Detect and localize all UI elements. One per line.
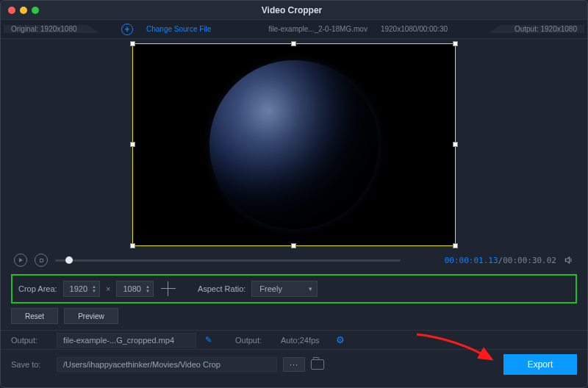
crop-height-input[interactable]: 1080 ▲▼	[116, 281, 153, 297]
play-button[interactable]	[14, 254, 27, 267]
crop-handle-bm[interactable]	[291, 243, 296, 248]
width-step-down[interactable]: ▼	[92, 290, 96, 293]
output-resolution: Output: 1920x1080	[489, 25, 584, 33]
add-source-icon[interactable]: +	[121, 24, 133, 35]
original-resolution: Original: 1920x1080	[4, 25, 99, 33]
titlebar: Video Cropper	[1, 1, 587, 20]
crop-handle-tr[interactable]	[453, 41, 458, 46]
seek-thumb[interactable]	[65, 256, 73, 264]
crop-handle-bl[interactable]	[130, 243, 135, 248]
output-params: Auto;24fps	[281, 336, 320, 345]
export-button[interactable]: Export	[503, 354, 577, 375]
preview-zone	[1, 39, 587, 249]
preview-button[interactable]: Preview	[64, 308, 118, 324]
crop-width-input[interactable]: 1920 ▲▼	[63, 281, 100, 297]
stop-button[interactable]	[35, 254, 48, 267]
source-dims-duration: 1920x1080/00:00:30	[381, 25, 448, 33]
height-step-up[interactable]: ▲	[146, 285, 150, 289]
minimize-icon[interactable]	[20, 7, 27, 14]
aspect-ratio-label: Aspect Ratio:	[198, 284, 245, 293]
crop-handle-br[interactable]	[453, 243, 458, 248]
window-title: Video Cropper	[39, 5, 545, 15]
browse-path-button[interactable]: ···	[283, 357, 305, 372]
multiply-icon: ×	[106, 284, 110, 293]
open-folder-icon[interactable]	[311, 359, 324, 370]
saveto-row: Save to: /Users/ihappyacethinker/Movies/…	[1, 349, 587, 378]
crop-handle-mr[interactable]	[453, 142, 458, 147]
aspect-ratio-dropdown[interactable]: Freely	[251, 281, 318, 297]
saveto-path: /Users/ihappyacethinker/Movies/Video Cro…	[57, 357, 277, 372]
width-step-up[interactable]: ▲	[92, 285, 96, 289]
crop-area-label: Crop Area:	[18, 284, 57, 293]
seek-slider[interactable]	[55, 259, 401, 262]
traffic-lights	[8, 7, 39, 14]
time-total: 00:00:30.02	[503, 256, 556, 265]
height-step-down[interactable]: ▼	[146, 290, 150, 293]
reset-button[interactable]: Reset	[11, 308, 58, 324]
saveto-label: Save to:	[11, 360, 51, 369]
edit-filename-icon[interactable]: ✎	[202, 335, 215, 345]
playback-bar: 00:00:01.13/00:00:30.02	[1, 249, 587, 271]
play-icon	[19, 258, 23, 262]
time-readout: 00:00:01.13/00:00:30.02	[445, 256, 556, 265]
crop-controls-row: Crop Area: 1920 ▲▼ × 1080 ▲▼ Aspect Rati…	[11, 274, 577, 303]
video-frame-image	[209, 60, 379, 229]
crop-handle-tm[interactable]	[291, 41, 296, 46]
maximize-icon[interactable]	[32, 7, 39, 14]
crop-handle-ml[interactable]	[130, 142, 135, 147]
stop-icon	[40, 259, 43, 262]
top-info-bar: Original: 1920x1080 + Change Source File…	[1, 20, 587, 39]
volume-icon[interactable]	[564, 255, 574, 265]
close-icon[interactable]	[8, 7, 15, 14]
center-crop-icon[interactable]	[159, 280, 177, 298]
crop-frame[interactable]	[132, 43, 456, 246]
output-label: Output:	[11, 336, 51, 345]
output-params-label: Output:	[235, 336, 275, 345]
output-filename: file-example-...G_cropped.mp4	[57, 333, 196, 348]
output-row: Output: file-example-...G_cropped.mp4 ✎ …	[1, 330, 587, 349]
time-current: 00:00:01.13	[445, 256, 498, 265]
action-buttons-row: Reset Preview	[1, 308, 587, 330]
settings-gear-icon[interactable]: ⚙	[336, 334, 345, 345]
source-filename: file-example..._2-0-18MG.mov	[268, 25, 368, 33]
crop-handle-tl[interactable]	[130, 41, 135, 46]
change-source-link[interactable]: Change Source File	[146, 25, 211, 33]
